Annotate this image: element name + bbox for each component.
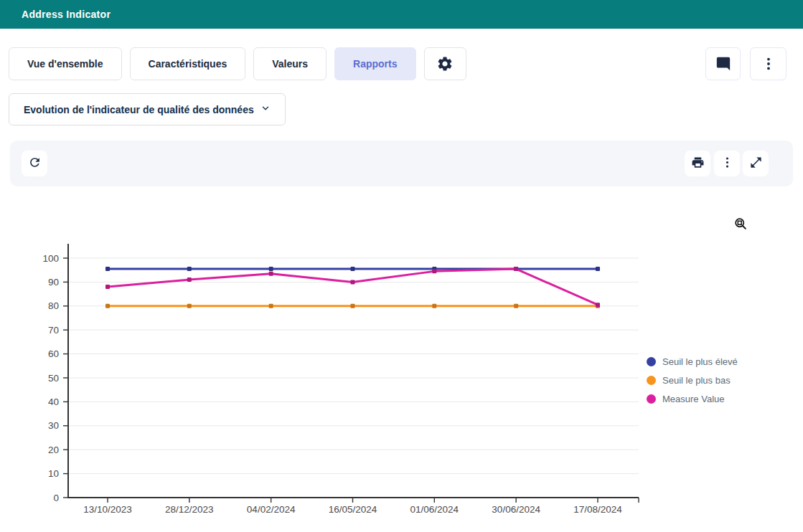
svg-text:13/10/2023: 13/10/2023 (83, 504, 132, 515)
refresh-button[interactable] (22, 151, 47, 176)
svg-text:70: 70 (48, 325, 59, 336)
legend-dot (647, 394, 656, 404)
tab-caracteristiques[interactable]: Caractéristiques (130, 47, 246, 80)
svg-text:0: 0 (53, 493, 59, 503)
svg-text:60: 60 (48, 348, 59, 359)
svg-text:10: 10 (48, 468, 59, 479)
tab-valeurs[interactable]: Valeurs (253, 47, 327, 80)
zoom-selection-icon (733, 223, 748, 234)
svg-text:30/06/2024: 30/06/2024 (492, 504, 540, 515)
svg-text:50: 50 (48, 373, 59, 384)
comment-icon (715, 56, 731, 72)
settings-button[interactable] (424, 47, 466, 80)
tab-rapports[interactable]: Rapports (334, 47, 415, 80)
tab-label: Vue d'ensemble (27, 58, 103, 70)
printer-icon (691, 161, 705, 171)
svg-text:01/06/2024: 01/06/2024 (410, 504, 459, 515)
tab-label: Valeurs (272, 58, 308, 70)
header-more-button[interactable] (750, 47, 786, 80)
svg-text:28/12/2023: 28/12/2023 (165, 504, 214, 515)
svg-text:100: 100 (42, 253, 59, 264)
comment-button[interactable] (705, 47, 741, 80)
report-selector-label: Evolution de l'indicateur de qualité des… (24, 104, 254, 115)
chart-toolbar (10, 141, 793, 186)
legend-label: Measure Value (662, 394, 724, 404)
expand-button[interactable] (743, 151, 769, 176)
svg-text:30: 30 (48, 420, 59, 431)
tab-vue-densemble[interactable]: Vue d'ensemble (9, 47, 122, 80)
svg-text:04/02/2024: 04/02/2024 (247, 504, 296, 515)
kebab-menu-icon (720, 161, 734, 171)
page: Address Indicator Vue d'ensemble Caracté… (0, 0, 803, 532)
svg-text:20: 20 (48, 445, 59, 455)
tab-label: Rapports (353, 58, 397, 70)
legend-dot (647, 357, 656, 366)
page-title: Address Indicator (22, 9, 111, 20)
legend-item-seuil-bas[interactable]: Seuil le plus bas (647, 375, 738, 386)
app-header: Address Indicator (0, 0, 803, 29)
tab-label: Caractéristiques (149, 58, 227, 70)
tab-bar: Vue d'ensemble Caractéristiques Valeurs … (9, 47, 466, 80)
legend-label: Seuil le plus élevé (662, 356, 738, 367)
legend-item-measure-value[interactable]: Measure Value (647, 394, 738, 404)
chart-zoom-tool-button[interactable] (732, 217, 749, 234)
chevron-down-icon (260, 103, 271, 115)
report-selector-dropdown[interactable]: Evolution de l'indicateur de qualité des… (9, 93, 286, 125)
svg-text:90: 90 (48, 277, 59, 288)
legend-dot (647, 376, 656, 385)
svg-text:16/05/2024: 16/05/2024 (329, 504, 377, 515)
svg-text:17/08/2024: 17/08/2024 (573, 504, 622, 515)
svg-text:80: 80 (48, 300, 59, 311)
chart-legend: Seuil le plus élevé Seuil le plus bas Me… (647, 356, 738, 404)
kebab-menu-icon (761, 56, 776, 72)
legend-label: Seuil le plus bas (662, 375, 731, 386)
svg-text:40: 40 (48, 396, 59, 407)
expand-icon (749, 161, 763, 171)
refresh-icon (28, 161, 42, 171)
gear-icon (436, 55, 454, 72)
print-button[interactable] (685, 151, 710, 176)
legend-item-seuil-eleve[interactable]: Seuil le plus élevé (647, 356, 738, 367)
chart-more-button[interactable] (714, 151, 740, 176)
